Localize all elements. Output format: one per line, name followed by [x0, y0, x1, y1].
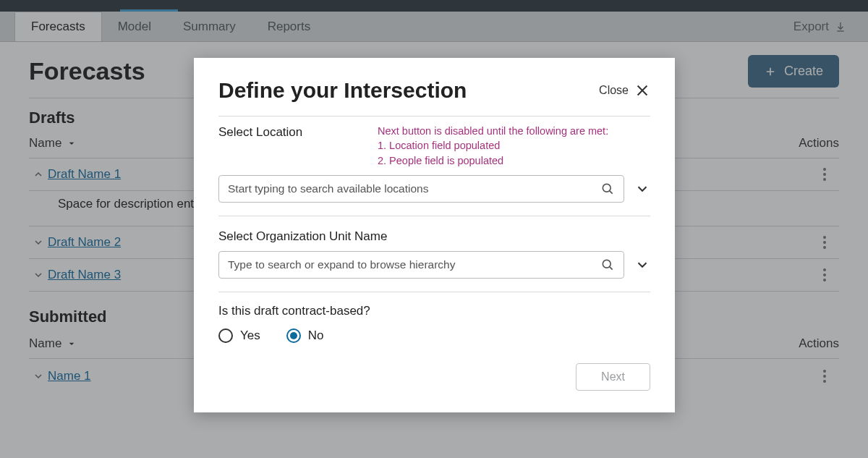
divider [218, 292, 650, 292]
contract-radio-group: Yes No [218, 328, 650, 343]
radio-no[interactable]: No [286, 328, 324, 343]
location-section: Select Location Next button is disabled … [218, 124, 650, 168]
svg-point-13 [603, 260, 610, 268]
define-intersection-modal: Define your Intersection Close Select Lo… [194, 58, 675, 412]
org-label: Select Organization Unit Name [218, 228, 650, 244]
hint-line: 2. People field is populated [378, 153, 608, 168]
hint-line: 1. Location field populated [378, 138, 608, 153]
location-input[interactable] [228, 182, 600, 195]
radio-no-label: No [308, 328, 324, 343]
radio-icon [218, 328, 233, 343]
validation-hint: Next button is disabled until the follow… [378, 124, 608, 168]
next-button[interactable]: Next [576, 363, 650, 391]
org-input[interactable] [228, 258, 600, 271]
location-label: Select Location [218, 124, 363, 140]
org-field-row [218, 251, 650, 279]
hint-line: Next button is disabled until the follow… [378, 124, 608, 138]
modal-footer: Next [218, 363, 650, 391]
radio-yes[interactable]: Yes [218, 328, 260, 343]
org-searchbox[interactable] [218, 251, 624, 279]
location-searchbox[interactable] [218, 175, 624, 203]
modal-title: Define your Intersection [218, 78, 467, 103]
divider [218, 216, 650, 216]
search-icon [600, 182, 615, 196]
modal-close-button[interactable]: Close [599, 82, 650, 98]
search-icon [600, 258, 615, 272]
org-expand-button[interactable] [634, 257, 650, 273]
radio-icon [286, 328, 301, 343]
chevron-down-icon [634, 257, 650, 273]
svg-point-12 [603, 184, 610, 192]
close-icon [634, 82, 650, 98]
contract-question: Is this draft contract-based? [218, 304, 650, 318]
location-field-row [218, 175, 650, 203]
modal-header: Define your Intersection Close [218, 78, 650, 116]
chevron-down-icon [634, 181, 650, 197]
radio-yes-label: Yes [240, 328, 260, 343]
close-label: Close [599, 84, 629, 97]
location-expand-button[interactable] [634, 181, 650, 197]
